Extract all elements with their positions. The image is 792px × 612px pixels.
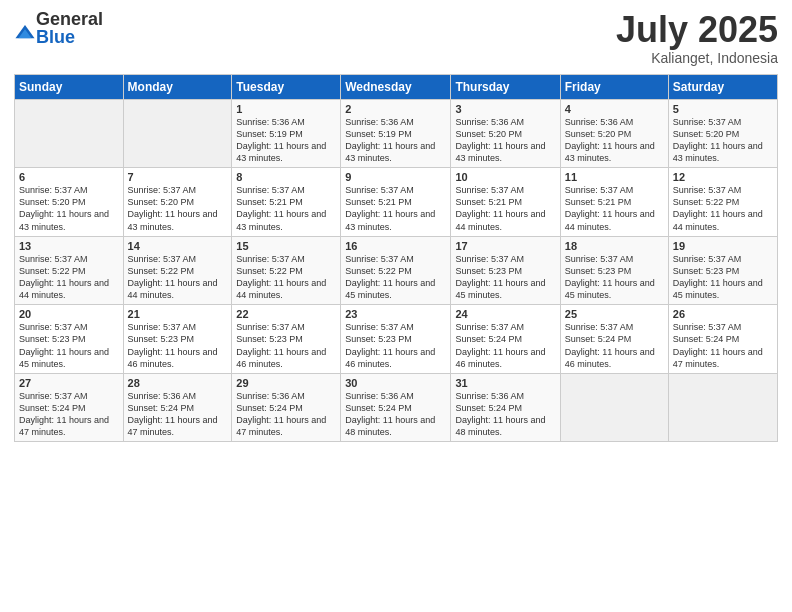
logo-general: General xyxy=(36,9,103,29)
day-info: Sunrise: 5:36 AM Sunset: 5:24 PM Dayligh… xyxy=(345,390,446,439)
day-number: 7 xyxy=(128,171,228,183)
location: Kalianget, Indonesia xyxy=(616,50,778,66)
day-number: 18 xyxy=(565,240,664,252)
day-info: Sunrise: 5:36 AM Sunset: 5:19 PM Dayligh… xyxy=(345,116,446,165)
calendar-table: SundayMondayTuesdayWednesdayThursdayFrid… xyxy=(14,74,778,443)
day-info: Sunrise: 5:37 AM Sunset: 5:21 PM Dayligh… xyxy=(565,184,664,233)
calendar-cell: 24Sunrise: 5:37 AM Sunset: 5:24 PM Dayli… xyxy=(451,305,560,374)
calendar-week-2: 6Sunrise: 5:37 AM Sunset: 5:20 PM Daylig… xyxy=(15,168,778,237)
calendar-header-tuesday: Tuesday xyxy=(232,74,341,99)
calendar-cell: 12Sunrise: 5:37 AM Sunset: 5:22 PM Dayli… xyxy=(668,168,777,237)
month-title: July 2025 xyxy=(616,10,778,50)
day-number: 16 xyxy=(345,240,446,252)
calendar-cell: 16Sunrise: 5:37 AM Sunset: 5:22 PM Dayli… xyxy=(341,236,451,305)
day-info: Sunrise: 5:36 AM Sunset: 5:19 PM Dayligh… xyxy=(236,116,336,165)
day-number: 30 xyxy=(345,377,446,389)
day-info: Sunrise: 5:36 AM Sunset: 5:20 PM Dayligh… xyxy=(455,116,555,165)
calendar-cell: 29Sunrise: 5:36 AM Sunset: 5:24 PM Dayli… xyxy=(232,373,341,442)
day-number: 23 xyxy=(345,308,446,320)
day-info: Sunrise: 5:37 AM Sunset: 5:21 PM Dayligh… xyxy=(455,184,555,233)
day-info: Sunrise: 5:36 AM Sunset: 5:24 PM Dayligh… xyxy=(455,390,555,439)
day-info: Sunrise: 5:37 AM Sunset: 5:23 PM Dayligh… xyxy=(673,253,773,302)
calendar-cell: 21Sunrise: 5:37 AM Sunset: 5:23 PM Dayli… xyxy=(123,305,232,374)
calendar-cell: 25Sunrise: 5:37 AM Sunset: 5:24 PM Dayli… xyxy=(560,305,668,374)
day-info: Sunrise: 5:37 AM Sunset: 5:21 PM Dayligh… xyxy=(345,184,446,233)
day-info: Sunrise: 5:37 AM Sunset: 5:24 PM Dayligh… xyxy=(565,321,664,370)
day-number: 14 xyxy=(128,240,228,252)
day-info: Sunrise: 5:37 AM Sunset: 5:23 PM Dayligh… xyxy=(19,321,119,370)
day-number: 29 xyxy=(236,377,336,389)
calendar-header-thursday: Thursday xyxy=(451,74,560,99)
day-number: 12 xyxy=(673,171,773,183)
day-info: Sunrise: 5:37 AM Sunset: 5:22 PM Dayligh… xyxy=(19,253,119,302)
logo-icon xyxy=(14,22,36,44)
page: General Blue July 2025 Kalianget, Indone… xyxy=(0,0,792,612)
calendar-cell: 22Sunrise: 5:37 AM Sunset: 5:23 PM Dayli… xyxy=(232,305,341,374)
calendar-cell xyxy=(668,373,777,442)
day-number: 4 xyxy=(565,103,664,115)
calendar-cell: 11Sunrise: 5:37 AM Sunset: 5:21 PM Dayli… xyxy=(560,168,668,237)
day-number: 20 xyxy=(19,308,119,320)
calendar-cell: 3Sunrise: 5:36 AM Sunset: 5:20 PM Daylig… xyxy=(451,99,560,168)
calendar-cell: 4Sunrise: 5:36 AM Sunset: 5:20 PM Daylig… xyxy=(560,99,668,168)
calendar-cell: 13Sunrise: 5:37 AM Sunset: 5:22 PM Dayli… xyxy=(15,236,124,305)
calendar-week-1: 1Sunrise: 5:36 AM Sunset: 5:19 PM Daylig… xyxy=(15,99,778,168)
day-number: 2 xyxy=(345,103,446,115)
header: General Blue July 2025 Kalianget, Indone… xyxy=(14,10,778,66)
calendar-header-sunday: Sunday xyxy=(15,74,124,99)
day-number: 19 xyxy=(673,240,773,252)
calendar-header-friday: Friday xyxy=(560,74,668,99)
calendar-cell: 23Sunrise: 5:37 AM Sunset: 5:23 PM Dayli… xyxy=(341,305,451,374)
calendar-cell: 5Sunrise: 5:37 AM Sunset: 5:20 PM Daylig… xyxy=(668,99,777,168)
day-info: Sunrise: 5:37 AM Sunset: 5:24 PM Dayligh… xyxy=(673,321,773,370)
calendar-header-saturday: Saturday xyxy=(668,74,777,99)
day-number: 31 xyxy=(455,377,555,389)
day-number: 25 xyxy=(565,308,664,320)
day-number: 3 xyxy=(455,103,555,115)
day-number: 8 xyxy=(236,171,336,183)
calendar-cell xyxy=(15,99,124,168)
calendar-cell xyxy=(560,373,668,442)
day-info: Sunrise: 5:37 AM Sunset: 5:23 PM Dayligh… xyxy=(455,253,555,302)
logo-text: General Blue xyxy=(36,10,103,46)
day-number: 9 xyxy=(345,171,446,183)
day-number: 22 xyxy=(236,308,336,320)
day-info: Sunrise: 5:36 AM Sunset: 5:24 PM Dayligh… xyxy=(236,390,336,439)
day-number: 1 xyxy=(236,103,336,115)
calendar-cell: 26Sunrise: 5:37 AM Sunset: 5:24 PM Dayli… xyxy=(668,305,777,374)
logo: General Blue xyxy=(14,10,103,46)
day-info: Sunrise: 5:37 AM Sunset: 5:23 PM Dayligh… xyxy=(128,321,228,370)
title-block: July 2025 Kalianget, Indonesia xyxy=(616,10,778,66)
calendar-cell: 1Sunrise: 5:36 AM Sunset: 5:19 PM Daylig… xyxy=(232,99,341,168)
calendar-week-5: 27Sunrise: 5:37 AM Sunset: 5:24 PM Dayli… xyxy=(15,373,778,442)
calendar-cell: 10Sunrise: 5:37 AM Sunset: 5:21 PM Dayli… xyxy=(451,168,560,237)
day-info: Sunrise: 5:37 AM Sunset: 5:20 PM Dayligh… xyxy=(673,116,773,165)
day-number: 15 xyxy=(236,240,336,252)
calendar-header-monday: Monday xyxy=(123,74,232,99)
day-number: 27 xyxy=(19,377,119,389)
day-info: Sunrise: 5:37 AM Sunset: 5:22 PM Dayligh… xyxy=(128,253,228,302)
calendar-cell: 17Sunrise: 5:37 AM Sunset: 5:23 PM Dayli… xyxy=(451,236,560,305)
day-number: 13 xyxy=(19,240,119,252)
calendar-cell: 30Sunrise: 5:36 AM Sunset: 5:24 PM Dayli… xyxy=(341,373,451,442)
day-info: Sunrise: 5:37 AM Sunset: 5:22 PM Dayligh… xyxy=(345,253,446,302)
calendar-cell: 20Sunrise: 5:37 AM Sunset: 5:23 PM Dayli… xyxy=(15,305,124,374)
day-number: 11 xyxy=(565,171,664,183)
day-info: Sunrise: 5:37 AM Sunset: 5:20 PM Dayligh… xyxy=(19,184,119,233)
day-number: 28 xyxy=(128,377,228,389)
day-info: Sunrise: 5:36 AM Sunset: 5:24 PM Dayligh… xyxy=(128,390,228,439)
day-info: Sunrise: 5:37 AM Sunset: 5:23 PM Dayligh… xyxy=(565,253,664,302)
calendar-cell: 7Sunrise: 5:37 AM Sunset: 5:20 PM Daylig… xyxy=(123,168,232,237)
calendar-week-4: 20Sunrise: 5:37 AM Sunset: 5:23 PM Dayli… xyxy=(15,305,778,374)
calendar-header-row: SundayMondayTuesdayWednesdayThursdayFrid… xyxy=(15,74,778,99)
day-number: 6 xyxy=(19,171,119,183)
calendar-cell: 6Sunrise: 5:37 AM Sunset: 5:20 PM Daylig… xyxy=(15,168,124,237)
day-info: Sunrise: 5:37 AM Sunset: 5:20 PM Dayligh… xyxy=(128,184,228,233)
calendar-cell xyxy=(123,99,232,168)
day-info: Sunrise: 5:37 AM Sunset: 5:24 PM Dayligh… xyxy=(19,390,119,439)
day-info: Sunrise: 5:37 AM Sunset: 5:21 PM Dayligh… xyxy=(236,184,336,233)
calendar-cell: 31Sunrise: 5:36 AM Sunset: 5:24 PM Dayli… xyxy=(451,373,560,442)
day-number: 5 xyxy=(673,103,773,115)
calendar-cell: 8Sunrise: 5:37 AM Sunset: 5:21 PM Daylig… xyxy=(232,168,341,237)
day-number: 24 xyxy=(455,308,555,320)
